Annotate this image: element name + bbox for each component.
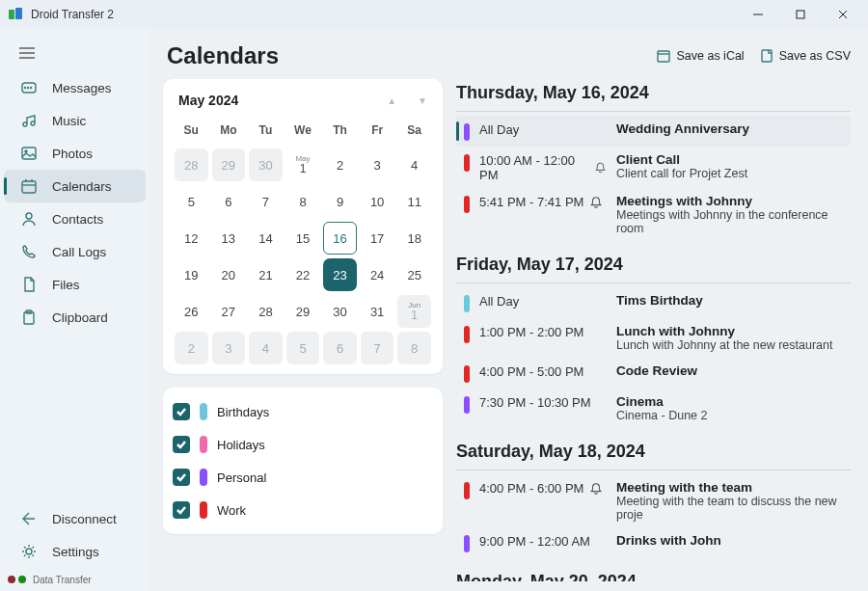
save-as-csv-button[interactable]: Save as CSV bbox=[760, 49, 851, 63]
calendar-day[interactable]: 31 bbox=[361, 295, 394, 328]
calendar-day[interactable]: 30 bbox=[249, 148, 283, 181]
calendar-day[interactable]: 7 bbox=[249, 185, 283, 218]
agenda-event[interactable]: 7:30 PM - 10:30 PMCinemaCinema - Dune 2 bbox=[456, 389, 851, 428]
calendar-day[interactable]: 18 bbox=[397, 222, 431, 255]
month-next-button[interactable]: ▼ bbox=[418, 95, 427, 106]
sidebar-item-clipboard[interactable]: Clipboard bbox=[4, 301, 146, 334]
sidebar-item-disconnect[interactable]: Disconnect bbox=[4, 502, 146, 535]
calendar-filters: BirthdaysHolidaysPersonalWork bbox=[163, 388, 443, 534]
calendar-day[interactable]: 3 bbox=[361, 148, 394, 181]
svg-rect-15 bbox=[22, 181, 36, 193]
main: Calendars Save as iCal Save as CSV May 2… bbox=[149, 29, 868, 591]
save-as-ical-label: Save as iCal bbox=[676, 49, 744, 63]
bell-icon bbox=[589, 196, 603, 209]
event-color-pill bbox=[464, 535, 470, 552]
agenda-event[interactable]: 9:00 PM - 12:00 AMDrinks with John bbox=[456, 527, 851, 558]
calendar-day[interactable]: 4 bbox=[249, 332, 283, 364]
agenda-event[interactable]: 1:00 PM - 2:00 PMLunch with JohnnyLunch … bbox=[456, 318, 851, 358]
calendar-day[interactable]: 4 bbox=[397, 148, 431, 181]
calendar-day[interactable]: May1 bbox=[286, 148, 320, 181]
calendar-day[interactable]: 2 bbox=[323, 148, 357, 181]
hamburger-button[interactable] bbox=[0, 35, 149, 71]
sidebar-item-photos[interactable]: Photos bbox=[4, 137, 146, 170]
calendar-day[interactable]: 24 bbox=[361, 258, 394, 291]
sidebar-item-call-logs[interactable]: Call Logs bbox=[4, 235, 146, 268]
calendar-day[interactable]: 5 bbox=[286, 332, 320, 364]
month-label: May 2024 bbox=[178, 93, 238, 108]
svg-rect-20 bbox=[24, 312, 34, 324]
checkbox-icon[interactable] bbox=[173, 469, 190, 486]
calendar-day[interactable]: 2 bbox=[175, 332, 208, 364]
calendar-day[interactable]: 28 bbox=[249, 295, 283, 328]
agenda-event[interactable]: 4:00 PM - 6:00 PMMeeting with the teamMe… bbox=[456, 474, 851, 527]
agenda-event[interactable]: All DayTims Birthday bbox=[456, 287, 851, 318]
checkbox-icon[interactable] bbox=[173, 501, 190, 519]
calendar-day[interactable]: 6 bbox=[212, 185, 246, 218]
calendar-day[interactable]: 9 bbox=[323, 185, 357, 218]
calendar-day[interactable]: 14 bbox=[249, 222, 283, 255]
calendar-day[interactable]: 6 bbox=[323, 332, 357, 364]
event-title: Client Call bbox=[616, 152, 845, 167]
filter-label: Holidays bbox=[217, 438, 265, 452]
sidebar-item-files[interactable]: Files bbox=[4, 268, 146, 301]
calendar-day[interactable]: 10 bbox=[361, 185, 394, 218]
calendar-color-pill bbox=[200, 501, 207, 519]
event-title: Meeting with the team bbox=[616, 480, 845, 495]
event-title: Tims Birthday bbox=[616, 293, 845, 308]
agenda-event[interactable]: All DayWedding Anniversary bbox=[456, 116, 851, 147]
sidebar-item-label: Files bbox=[52, 278, 80, 292]
calendar-day[interactable]: 5 bbox=[175, 185, 208, 218]
maximize-button[interactable] bbox=[779, 0, 822, 29]
sidebar-item-calendars[interactable]: Calendars bbox=[4, 170, 146, 202]
sidebar-item-label: Contacts bbox=[52, 212, 103, 227]
calendar-day[interactable]: 29 bbox=[286, 295, 320, 328]
close-button[interactable] bbox=[822, 0, 864, 29]
sidebar-item-messages[interactable]: Messages bbox=[4, 71, 146, 104]
calendar-day[interactable]: Jun1 bbox=[397, 295, 431, 328]
agenda-event[interactable]: 4:00 PM - 5:00 PMCode Review bbox=[456, 358, 851, 389]
month-prev-button[interactable]: ▲ bbox=[387, 95, 396, 106]
filter-holidays[interactable]: Holidays bbox=[173, 428, 433, 461]
calendar-day[interactable]: 21 bbox=[249, 258, 283, 291]
calendar-day[interactable]: 20 bbox=[212, 258, 246, 291]
app-title: Droid Transfer 2 bbox=[31, 8, 114, 21]
calendar-day[interactable]: 7 bbox=[361, 332, 394, 364]
filter-work[interactable]: Work bbox=[173, 494, 433, 526]
dow-header: We bbox=[286, 116, 320, 145]
calendar-day[interactable]: 27 bbox=[212, 295, 246, 328]
svg-rect-1 bbox=[15, 8, 22, 19]
checkbox-icon[interactable] bbox=[173, 403, 190, 420]
sidebar-item-music[interactable]: Music bbox=[4, 104, 146, 137]
event-time: 9:00 PM - 12:00 AM bbox=[479, 533, 607, 549]
save-as-ical-button[interactable]: Save as iCal bbox=[657, 49, 744, 63]
filter-personal[interactable]: Personal bbox=[173, 461, 433, 494]
calendar-day[interactable]: 11 bbox=[397, 185, 431, 218]
calendar-day[interactable]: 8 bbox=[286, 185, 320, 218]
sidebar-item-contacts[interactable]: Contacts bbox=[4, 202, 146, 235]
calendar-day[interactable]: 19 bbox=[175, 258, 208, 291]
calendar-day[interactable]: 30 bbox=[323, 295, 357, 328]
calendar-day[interactable]: 25 bbox=[397, 258, 431, 291]
calendar-day[interactable]: 3 bbox=[212, 332, 246, 364]
agenda[interactable]: Thursday, May 16, 2024All DayWedding Ann… bbox=[456, 79, 854, 581]
calendar-day[interactable]: 17 bbox=[361, 222, 394, 255]
agenda-event[interactable]: 5:41 PM - 7:41 PMMeetings with JohnnyMee… bbox=[456, 188, 851, 241]
disconnect-icon bbox=[21, 511, 42, 526]
calendar-day[interactable]: 28 bbox=[175, 148, 208, 181]
calendar-day[interactable]: 29 bbox=[212, 148, 246, 181]
sidebar-item-settings[interactable]: Settings bbox=[4, 535, 146, 568]
calendar-day[interactable]: 8 bbox=[397, 332, 431, 364]
calendar-day[interactable]: 15 bbox=[286, 222, 320, 255]
agenda-event[interactable]: 10:00 AM - 12:00 PMClient CallClient cal… bbox=[456, 147, 851, 188]
checkbox-icon[interactable] bbox=[173, 436, 190, 453]
calendar-day[interactable]: 26 bbox=[175, 295, 208, 328]
calendar-day[interactable]: 16 bbox=[323, 222, 357, 255]
event-color-pill bbox=[464, 482, 470, 499]
calendar-day[interactable]: 12 bbox=[175, 222, 208, 255]
calendar-day[interactable]: 22 bbox=[286, 258, 320, 291]
sidebar-item-label: Clipboard bbox=[52, 310, 108, 325]
calendar-day[interactable]: 23 bbox=[323, 258, 357, 291]
filter-birthdays[interactable]: Birthdays bbox=[173, 395, 433, 428]
calendar-day[interactable]: 13 bbox=[212, 222, 246, 255]
minimize-button[interactable] bbox=[737, 0, 779, 29]
